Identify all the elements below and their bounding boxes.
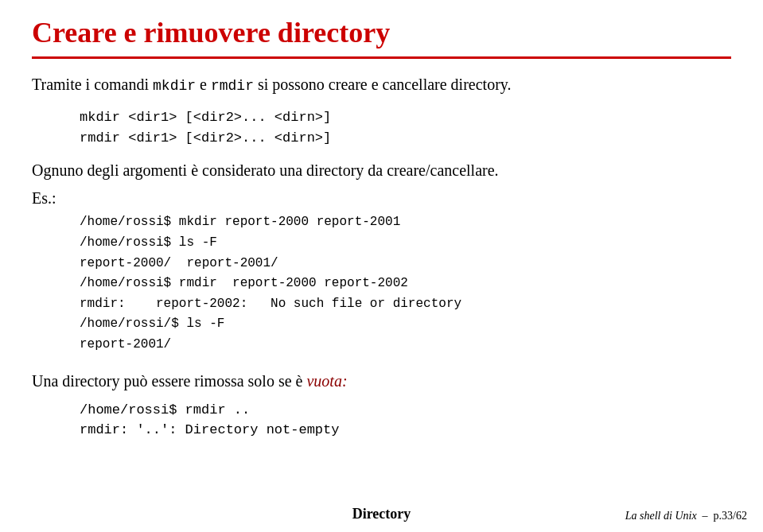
command-line-2: rmdir <dir1> [<dir2>... <dirn>] <box>80 128 731 149</box>
empty-dir-text-before: Una directory può essere rimossa solo se… <box>32 372 306 390</box>
command-block: mkdir <dir1> [<dir2>... <dirn>] rmdir <d… <box>80 107 731 148</box>
example-label: Es.: <box>32 189 731 208</box>
empty-dir-paragraph: Una directory può essere rimossa solo se… <box>32 370 731 392</box>
page-title: Creare e rimuovere directory <box>32 16 731 50</box>
intro-text-after: si possono creare e cancellare directory… <box>254 76 512 93</box>
footer-page-info: p.33/62 <box>714 510 747 522</box>
command-line-1: mkdir <dir1> [<dir2>... <dirn>] <box>80 107 731 128</box>
empty-dir-code-line-2: rmdir: '..': Directory not-empty <box>80 420 731 441</box>
description-text: Ognuno degli argomenti è considerato una… <box>32 159 731 181</box>
rmdir-inline: rmdir <box>211 78 254 94</box>
empty-dir-code-block: /home/rossi$ rmdir .. rmdir: '..': Direc… <box>80 400 731 441</box>
mkdir-inline: mkdir <box>153 78 196 94</box>
intro-text-before: Tramite i comandi <box>32 76 153 93</box>
empty-dir-code-line-1: /home/rossi$ rmdir .. <box>80 400 731 421</box>
footer-label: La shell di Unix <box>625 510 697 522</box>
intro-text-middle: e <box>196 76 211 93</box>
footer: La shell di Unix – p.33/62 <box>625 510 747 522</box>
red-divider <box>32 56 731 59</box>
intro-paragraph: Tramite i comandi mkdir e rmdir si posso… <box>32 73 731 96</box>
empty-dir-highlight: vuota: <box>306 372 347 390</box>
example-code-block: /home/rossi$ mkdir report-2000 report-20… <box>80 212 731 355</box>
bottom-nav-label: Directory <box>352 506 411 522</box>
